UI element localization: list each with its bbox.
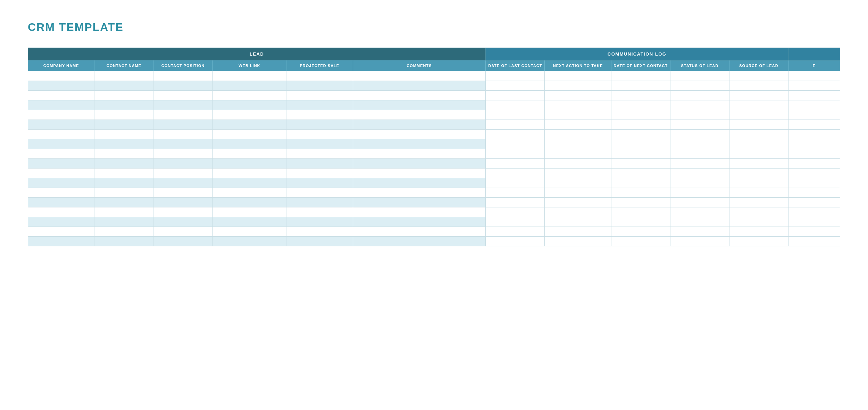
table-cell[interactable] [611, 100, 670, 110]
table-cell[interactable] [788, 188, 840, 198]
table-cell[interactable] [788, 130, 840, 139]
table-cell[interactable] [94, 237, 153, 246]
table-cell[interactable] [545, 159, 611, 169]
table-cell[interactable] [94, 178, 153, 188]
table-cell[interactable] [28, 139, 94, 149]
table-cell[interactable] [94, 91, 153, 100]
table-cell[interactable] [670, 91, 729, 100]
table-cell[interactable] [212, 110, 286, 120]
table-cell[interactable] [94, 139, 153, 149]
table-cell[interactable] [153, 188, 212, 198]
table-cell[interactable] [788, 169, 840, 178]
table-cell[interactable] [729, 100, 788, 110]
table-cell[interactable] [486, 100, 545, 110]
table-cell[interactable] [788, 178, 840, 188]
table-cell[interactable] [729, 178, 788, 188]
table-cell[interactable] [788, 71, 840, 81]
table-cell[interactable] [353, 237, 486, 246]
table-cell[interactable] [353, 169, 486, 178]
table-cell[interactable] [28, 120, 94, 130]
table-cell[interactable] [611, 198, 670, 207]
table-cell[interactable] [153, 217, 212, 227]
table-cell[interactable] [286, 217, 353, 227]
table-cell[interactable] [28, 169, 94, 178]
table-cell[interactable] [28, 237, 94, 246]
table-cell[interactable] [28, 207, 94, 217]
table-cell[interactable] [28, 81, 94, 91]
table-cell[interactable] [545, 188, 611, 198]
table-cell[interactable] [353, 81, 486, 91]
table-cell[interactable] [611, 120, 670, 130]
table-cell[interactable] [611, 81, 670, 91]
table-cell[interactable] [670, 227, 729, 237]
table-cell[interactable] [153, 110, 212, 120]
table-cell[interactable] [94, 169, 153, 178]
table-cell[interactable] [28, 71, 94, 81]
table-cell[interactable] [153, 227, 212, 237]
table-cell[interactable] [670, 130, 729, 139]
table-cell[interactable] [545, 178, 611, 188]
table-cell[interactable] [670, 169, 729, 178]
table-cell[interactable] [212, 139, 286, 149]
table-cell[interactable] [94, 149, 153, 159]
table-cell[interactable] [153, 71, 212, 81]
table-cell[interactable] [286, 100, 353, 110]
table-cell[interactable] [611, 227, 670, 237]
table-cell[interactable] [611, 91, 670, 100]
table-cell[interactable] [286, 227, 353, 237]
table-cell[interactable] [94, 217, 153, 227]
table-cell[interactable] [353, 71, 486, 81]
table-cell[interactable] [286, 149, 353, 159]
table-cell[interactable] [353, 139, 486, 149]
table-cell[interactable] [153, 139, 212, 149]
table-cell[interactable] [486, 227, 545, 237]
table-cell[interactable] [286, 237, 353, 246]
table-cell[interactable] [153, 159, 212, 169]
table-cell[interactable] [545, 110, 611, 120]
table-cell[interactable] [670, 149, 729, 159]
table-cell[interactable] [353, 149, 486, 159]
table-cell[interactable] [153, 81, 212, 91]
table-cell[interactable] [353, 178, 486, 188]
table-cell[interactable] [788, 198, 840, 207]
table-cell[interactable] [545, 100, 611, 110]
table-cell[interactable] [545, 207, 611, 217]
table-cell[interactable] [545, 237, 611, 246]
table-cell[interactable] [788, 110, 840, 120]
table-cell[interactable] [486, 71, 545, 81]
table-cell[interactable] [286, 71, 353, 81]
table-cell[interactable] [153, 178, 212, 188]
table-cell[interactable] [486, 217, 545, 227]
table-cell[interactable] [353, 227, 486, 237]
table-cell[interactable] [286, 188, 353, 198]
table-cell[interactable] [545, 149, 611, 159]
table-cell[interactable] [788, 91, 840, 100]
table-cell[interactable] [729, 110, 788, 120]
table-cell[interactable] [212, 120, 286, 130]
table-cell[interactable] [545, 81, 611, 91]
table-cell[interactable] [286, 139, 353, 149]
table-cell[interactable] [212, 91, 286, 100]
table-cell[interactable] [729, 237, 788, 246]
table-cell[interactable] [153, 100, 212, 110]
table-cell[interactable] [670, 237, 729, 246]
table-cell[interactable] [486, 159, 545, 169]
table-cell[interactable] [353, 130, 486, 139]
table-cell[interactable] [486, 91, 545, 100]
table-cell[interactable] [212, 207, 286, 217]
table-cell[interactable] [545, 198, 611, 207]
table-cell[interactable] [353, 110, 486, 120]
table-cell[interactable] [486, 178, 545, 188]
table-cell[interactable] [670, 110, 729, 120]
table-cell[interactable] [545, 130, 611, 139]
table-cell[interactable] [670, 120, 729, 130]
table-cell[interactable] [212, 227, 286, 237]
table-cell[interactable] [28, 178, 94, 188]
table-cell[interactable] [28, 198, 94, 207]
table-cell[interactable] [353, 198, 486, 207]
table-cell[interactable] [94, 188, 153, 198]
table-cell[interactable] [153, 149, 212, 159]
table-cell[interactable] [28, 149, 94, 159]
table-cell[interactable] [611, 237, 670, 246]
table-cell[interactable] [670, 198, 729, 207]
